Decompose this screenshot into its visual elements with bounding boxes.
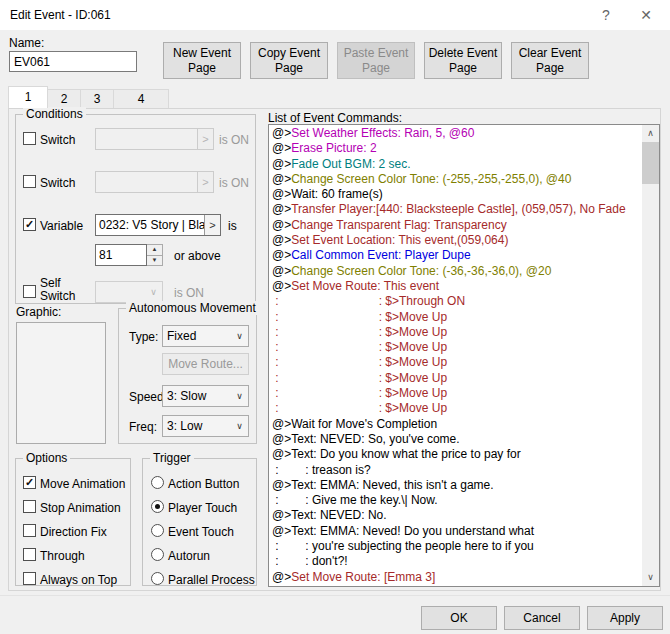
command-line[interactable]: @>Change Screen Color Tone: (-255,-255,-… bbox=[272, 172, 641, 187]
command-line[interactable]: @>Erase Picture: 2 bbox=[272, 141, 641, 156]
trigger-autorun-radio[interactable] bbox=[151, 548, 164, 561]
self-switch-checkbox[interactable] bbox=[23, 285, 36, 298]
command-line[interactable]: : : $>Move Up bbox=[272, 340, 641, 355]
trigger-player-touch-radio[interactable] bbox=[151, 500, 164, 513]
command-text: Text: NEVED: No. bbox=[291, 508, 386, 522]
switch2-label[interactable]: Switch bbox=[40, 176, 75, 190]
trigger-title: Trigger bbox=[150, 451, 194, 465]
command-line[interactable]: @>Set Move Route: This event bbox=[272, 279, 641, 294]
command-text: Text: NEVED: So, you've come. bbox=[291, 432, 459, 446]
switch1-label[interactable]: Switch bbox=[40, 133, 75, 147]
scrollbar-track[interactable] bbox=[642, 184, 659, 569]
option-move-animation-label[interactable]: Move Animation bbox=[40, 477, 125, 491]
trigger-player-touch-label[interactable]: Player Touch bbox=[168, 501, 237, 515]
tab-4[interactable]: 4 bbox=[113, 89, 169, 108]
apply-button[interactable]: Apply bbox=[587, 606, 663, 630]
variable-checkbox[interactable]: ✓ bbox=[23, 218, 36, 231]
clear-event-page-button[interactable]: Clear Event Page bbox=[511, 42, 589, 79]
command-line[interactable]: : : $>Move Up bbox=[272, 355, 641, 370]
close-icon[interactable]: ✕ bbox=[630, 0, 662, 30]
self-switch-combo: ∨ bbox=[95, 281, 163, 303]
trigger-parallel-process-label[interactable]: Parallel Process bbox=[168, 573, 255, 587]
graphic-label: Graphic: bbox=[16, 305, 61, 319]
self-switch-label[interactable]: Self Switch bbox=[40, 277, 82, 303]
command-line[interactable]: : : $>Move Up bbox=[272, 386, 641, 401]
trigger-autorun-label[interactable]: Autorun bbox=[168, 549, 210, 563]
command-line[interactable]: @>Set Weather Effects: Rain, 5, @60 bbox=[272, 126, 641, 141]
scrollbar-thumb[interactable] bbox=[642, 142, 659, 184]
command-line[interactable]: @>Set Move Route: [Emma 3] bbox=[272, 570, 641, 585]
command-line[interactable]: @>Text: NEVED: No. bbox=[272, 508, 641, 523]
chevron-right-icon[interactable]: > bbox=[204, 215, 220, 235]
copy-event-page-button[interactable]: Copy Event Page bbox=[250, 42, 328, 79]
edit-event-dialog: Edit Event - ID:061 ? ✕ Name: New Event … bbox=[0, 0, 670, 634]
scroll-up-icon[interactable]: ∧ bbox=[642, 125, 659, 142]
spin-up-icon[interactable]: ▲ bbox=[147, 245, 162, 256]
option-stop-animation-checkbox[interactable] bbox=[23, 500, 36, 513]
command-line[interactable]: : : Give me the key.\| Now. bbox=[272, 493, 641, 508]
chevron-right-icon: > bbox=[197, 172, 213, 192]
autonomous-movement-group: Autonomous Movement Type: Fixed ∨ Move R… bbox=[118, 308, 257, 444]
option-always-on-top-checkbox[interactable] bbox=[23, 572, 36, 585]
command-line[interactable]: : : $>Move Up bbox=[272, 371, 641, 386]
switch1-checkbox[interactable] bbox=[23, 132, 36, 145]
command-text: : : Give me the key.\| Now. bbox=[272, 493, 438, 507]
type-combo[interactable]: Fixed ∨ bbox=[162, 325, 249, 347]
command-line[interactable]: @>Change Transparent Flag: Transparency bbox=[272, 218, 641, 233]
command-line[interactable]: @>Set Event Location: This event,(059,06… bbox=[272, 233, 641, 248]
ok-button[interactable]: OK bbox=[421, 606, 497, 630]
command-line[interactable]: : : $>Move Up bbox=[272, 401, 641, 416]
freq-label: Freq: bbox=[129, 420, 157, 434]
new-event-page-button[interactable]: New Event Page bbox=[163, 42, 241, 79]
tab-3[interactable]: 3 bbox=[80, 89, 114, 108]
command-prefix: @> bbox=[272, 417, 291, 431]
trigger-action-button-radio[interactable] bbox=[151, 476, 164, 489]
trigger-action-button-label[interactable]: Action Button bbox=[168, 477, 239, 491]
command-line[interactable]: : : you're subjecting the people here to… bbox=[272, 539, 641, 554]
command-line[interactable]: @>Transfer Player:[440: Blacksteeple Cas… bbox=[272, 202, 641, 217]
option-through-label[interactable]: Through bbox=[40, 549, 85, 563]
variable-field[interactable]: 0232: V5 Story | Blacks > bbox=[95, 214, 221, 236]
command-line[interactable]: : : $>Move Up bbox=[272, 325, 641, 340]
trigger-parallel-process-radio[interactable] bbox=[151, 572, 164, 585]
speed-combo[interactable]: 3: Slow ∨ bbox=[162, 385, 249, 407]
command-line[interactable]: : : $>Through ON bbox=[272, 294, 641, 309]
command-list-scrollbar[interactable]: ∧ ∨ bbox=[642, 125, 659, 586]
command-line[interactable]: : : don't?! bbox=[272, 554, 641, 569]
freq-combo[interactable]: 3: Low ∨ bbox=[162, 415, 249, 437]
command-line[interactable]: @>Text: Do you know what the price to pa… bbox=[272, 447, 641, 462]
spin-down-icon[interactable]: ▼ bbox=[147, 256, 162, 266]
command-line[interactable]: : : treason is? bbox=[272, 463, 641, 478]
command-line[interactable]: @>Call Common Event: Player Dupe bbox=[272, 248, 641, 263]
command-text: Set Move Route: [Emma 3] bbox=[291, 570, 435, 584]
command-line[interactable]: : : $>Move Up bbox=[272, 310, 641, 325]
option-direction-fix-checkbox[interactable] bbox=[23, 524, 36, 537]
option-always-on-top-label[interactable]: Always on Top bbox=[40, 573, 117, 587]
option-through-checkbox[interactable] bbox=[23, 548, 36, 561]
name-input[interactable] bbox=[9, 51, 137, 72]
switch2-checkbox[interactable] bbox=[23, 175, 36, 188]
help-icon[interactable]: ? bbox=[590, 0, 622, 30]
variable-label[interactable]: Variable bbox=[40, 219, 83, 233]
option-stop-animation-label[interactable]: Stop Animation bbox=[40, 501, 121, 515]
command-prefix: @> bbox=[272, 478, 291, 492]
command-line[interactable]: @>Wait for Move's Completion bbox=[272, 417, 641, 432]
command-line[interactable]: @>Change Screen Color Tone: (-36,-36,-36… bbox=[272, 264, 641, 279]
trigger-event-touch-label[interactable]: Event Touch bbox=[168, 525, 234, 539]
delete-event-page-button[interactable]: Delete Event Page bbox=[424, 42, 502, 79]
option-direction-fix-label[interactable]: Direction Fix bbox=[40, 525, 107, 539]
command-line[interactable]: @>Fade Out BGM: 2 sec. bbox=[272, 157, 641, 172]
tab-1[interactable]: 1 bbox=[8, 86, 48, 108]
command-line[interactable]: @>Text: EMMA: Neved! Do you understand w… bbox=[272, 524, 641, 539]
trigger-event-touch-radio[interactable] bbox=[151, 524, 164, 537]
option-move-animation-checkbox[interactable]: ✓ bbox=[23, 476, 36, 489]
cancel-button[interactable]: Cancel bbox=[504, 606, 580, 630]
command-line[interactable]: @>Wait: 60 frame(s) bbox=[272, 187, 641, 202]
tab-2[interactable]: 2 bbox=[47, 89, 81, 108]
command-list[interactable]: @>Set Weather Effects: Rain, 5, @60@>Era… bbox=[268, 124, 660, 587]
command-line[interactable]: @>Text: NEVED: So, you've come. bbox=[272, 432, 641, 447]
scroll-down-icon[interactable]: ∨ bbox=[642, 569, 659, 586]
variable-value-spinner[interactable]: 81 ▲ ▼ bbox=[95, 244, 163, 266]
command-line[interactable]: @>Text: EMMA: Neved, this isn't a game. bbox=[272, 478, 641, 493]
graphic-box[interactable] bbox=[16, 322, 106, 444]
